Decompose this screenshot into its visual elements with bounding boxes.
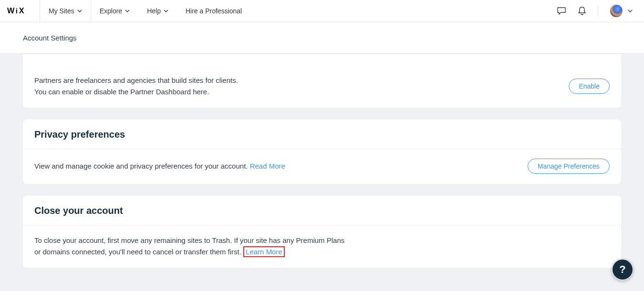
user-menu[interactable] [610,4,633,18]
avatar [610,4,623,18]
close-account-text-line1: To close your account, first move any re… [34,235,610,246]
close-account-card-body: To close your account, first move any re… [23,225,621,268]
privacy-card: Privacy preferences View and manage cook… [23,120,621,184]
nav-right-group [557,4,633,18]
privacy-read-more-link[interactable]: Read More [250,162,285,170]
card-top-rule [23,54,621,65]
privacy-card-body: View and manage cookie and privacy prefe… [23,149,621,184]
svg-text:i: i [15,7,17,15]
close-account-card: Close your account To close your account… [23,196,621,268]
privacy-heading: Privacy preferences [34,129,610,140]
top-nav: W i X My Sites Explore Help Hire a Profe… [0,0,644,22]
partner-action: Enable [569,79,610,94]
nav-explore[interactable]: Explore [91,0,138,22]
privacy-card-header: Privacy preferences [23,120,621,149]
chevron-down-icon [77,7,82,15]
partner-text-line2: You can enable or disable the Partner Da… [34,86,557,98]
content: Partners are freelancers and agencies th… [0,54,644,280]
help-fab[interactable]: ? [612,259,634,281]
svg-text:W: W [7,6,15,15]
close-account-text-line2-wrap: or domains connected, you'll need to can… [34,246,610,258]
nav-explore-label: Explore [100,7,122,15]
chevron-down-icon [125,7,130,15]
nav-my-sites-label: My Sites [49,7,74,15]
partner-text-line1: Partners are freelancers and agencies th… [34,75,557,86]
privacy-action: Manage Preferences [528,159,610,174]
chat-icon[interactable] [557,7,566,15]
privacy-text-wrap: View and manage cookie and privacy prefe… [34,161,516,172]
page-title: Account Settings [23,34,77,42]
help-icon: ? [619,263,625,276]
bell-icon[interactable] [578,6,586,16]
wix-logo-icon: W i X [7,6,33,16]
subheader: Account Settings [0,22,644,54]
wix-logo[interactable]: W i X [0,0,40,22]
close-account-learn-more-link[interactable]: Learn More [243,246,285,257]
nav-help[interactable]: Help [138,0,177,22]
partner-card: Partners are freelancers and agencies th… [23,54,621,108]
chevron-down-icon [164,7,168,15]
partner-card-body: Partners are freelancers and agencies th… [23,65,621,108]
close-account-heading: Close your account [34,205,610,216]
manage-preferences-button[interactable]: Manage Preferences [528,159,610,174]
svg-text:X: X [19,6,24,15]
nav-left-group: My Sites Explore Help Hire a Professiona… [40,0,250,22]
nav-my-sites[interactable]: My Sites [40,0,91,22]
nav-hire-pro[interactable]: Hire a Professional [177,0,250,22]
enable-button[interactable]: Enable [569,79,610,94]
close-account-text-line2: or domains connected, you'll need to can… [34,248,243,256]
privacy-text: View and manage cookie and privacy prefe… [34,162,250,170]
close-account-text-wrap: To close your account, first move any re… [34,235,610,258]
chevron-down-icon [628,7,633,15]
partner-text: Partners are freelancers and agencies th… [34,75,557,98]
close-account-card-header: Close your account [23,196,621,225]
nav-help-label: Help [147,7,161,15]
divider [598,6,598,16]
nav-hire-pro-label: Hire a Professional [186,7,242,15]
